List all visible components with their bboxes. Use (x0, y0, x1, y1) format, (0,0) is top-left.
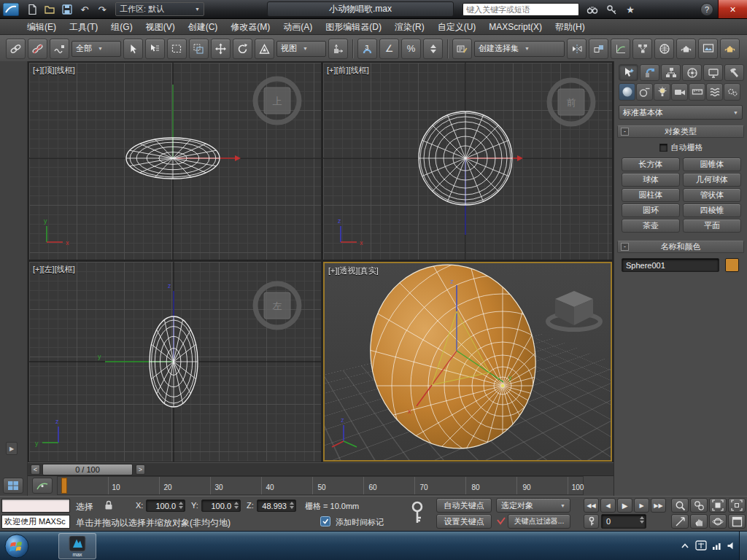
tray-expand-icon[interactable] (678, 539, 692, 552)
button-cylinder[interactable]: 圆柱体 (622, 188, 680, 202)
macro-recorder-field[interactable] (1, 499, 70, 513)
menu-modifiers[interactable]: 修改器(M) (224, 19, 276, 35)
autogrid-checkbox[interactable] (659, 144, 667, 152)
rendered-frame-window-icon[interactable] (698, 39, 718, 59)
viewcube-left[interactable]: 左 (255, 284, 299, 327)
selection-lock-icon[interactable] (104, 499, 114, 513)
curve-editor-icon[interactable] (611, 39, 630, 59)
menu-tools[interactable]: 工具(T) (63, 19, 104, 35)
menu-rendering[interactable]: 渲染(R) (388, 19, 431, 35)
zoom-extents-all-icon[interactable] (728, 498, 746, 513)
dock-expand-button[interactable]: ▶ (6, 442, 18, 455)
search-input[interactable] (462, 3, 579, 16)
unlink-selection-icon[interactable] (28, 39, 47, 59)
play-button[interactable]: ▶ (617, 498, 632, 513)
menu-create[interactable]: 创建(C) (182, 19, 225, 35)
y-coordinate-field[interactable]: 100.0 (201, 499, 241, 512)
go-to-start-button[interactable]: ◀◀ (584, 498, 599, 513)
rollout-name-color[interactable]: - 名称和颜色 (617, 241, 744, 253)
use-pivot-point-icon[interactable] (328, 39, 348, 59)
angle-snap-icon[interactable]: ∠ (379, 39, 399, 59)
edit-named-selection-sets-icon[interactable] (452, 39, 472, 59)
tab-motion[interactable] (682, 64, 702, 81)
track-bar-mode-button[interactable] (32, 478, 53, 494)
button-pyramid[interactable]: 四棱锥 (683, 203, 741, 217)
viewport-perspective-label[interactable]: [+][透视][真实] (328, 265, 379, 276)
redo-icon[interactable]: ↷ (93, 2, 111, 17)
network-icon[interactable] (711, 539, 724, 552)
named-selection-set-dropdown[interactable]: 创建选择集 ▼ (474, 41, 565, 57)
viewcube-top[interactable]: 上 (255, 79, 299, 122)
bind-to-space-warp-icon[interactable] (50, 39, 69, 59)
spinner-snap-icon[interactable] (423, 39, 443, 59)
render-setup-icon[interactable] (676, 39, 696, 59)
mini-curve-editor-button[interactable] (3, 478, 23, 494)
viewport-front[interactable]: [+][前][线框] 前 (323, 63, 612, 260)
auto-key-button[interactable]: 自动关键点 (436, 498, 492, 513)
z-coordinate-field[interactable]: 48.993 (257, 499, 296, 512)
menu-customize[interactable]: 自定义(U) (431, 19, 483, 35)
button-cone[interactable]: 圆锥体 (683, 158, 741, 171)
select-and-move-icon[interactable] (211, 39, 231, 59)
zoom-icon[interactable] (671, 498, 689, 513)
button-teapot[interactable]: 茶壶 (622, 219, 680, 233)
category-cameras-icon[interactable] (671, 83, 688, 101)
rollout-object-type[interactable]: - 对象类型 (617, 125, 744, 138)
open-file-icon[interactable] (41, 2, 58, 17)
select-and-link-icon[interactable] (6, 39, 26, 59)
input-method-icon[interactable] (694, 539, 708, 552)
category-lights-icon[interactable] (654, 83, 670, 101)
undo-icon[interactable]: ↶ (76, 2, 93, 17)
workspace-dropdown[interactable]: 工作区: 默认 ▼ (115, 2, 204, 16)
track-bar[interactable]: 0 10 20 30 40 50 60 70 80 90 100 (57, 476, 584, 495)
taskbar-3dsmax-button[interactable]: max (58, 533, 96, 559)
button-tube[interactable]: 管状体 (683, 188, 741, 202)
category-shapes-icon[interactable] (636, 83, 653, 101)
viewcube-front[interactable]: 前 (549, 80, 593, 124)
selection-filter-dropdown[interactable]: 全部 ▼ (71, 41, 121, 57)
viewcube-perspective[interactable] (548, 291, 600, 330)
tab-hierarchy[interactable] (661, 64, 681, 81)
schematic-view-icon[interactable] (632, 39, 652, 59)
menu-views[interactable]: 视图(V) (139, 19, 182, 35)
viewport-top-label[interactable]: [+][顶][线框] (33, 65, 75, 76)
button-geosphere[interactable]: 几何球体 (683, 173, 741, 187)
menu-maxscript[interactable]: MAXScript(X) (482, 19, 549, 35)
next-frame-button[interactable]: ▶ (634, 498, 649, 513)
close-icon[interactable]: × (718, 0, 747, 18)
viewport-front-label[interactable]: [+][前][线框] (327, 65, 369, 76)
select-and-scale-icon[interactable] (255, 39, 274, 59)
align-icon[interactable] (589, 39, 608, 59)
select-by-name-icon[interactable] (145, 39, 165, 59)
start-button[interactable] (4, 533, 30, 559)
window-crossing-icon[interactable] (189, 39, 209, 59)
current-frame-field[interactable]: 0 (601, 514, 646, 529)
menu-edit[interactable]: 编辑(E) (20, 19, 63, 35)
go-to-end-button[interactable]: ▶▶ (651, 498, 666, 513)
button-torus[interactable]: 圆环 (622, 203, 680, 217)
rectangular-selection-region-icon[interactable] (167, 39, 187, 59)
tab-display[interactable] (703, 64, 723, 81)
save-file-icon[interactable] (58, 2, 76, 17)
help-icon[interactable]: ? (700, 3, 713, 16)
key-mode-toggle-icon[interactable] (584, 514, 599, 529)
favorites-star-icon[interactable]: ★ (622, 2, 639, 17)
tab-utilities[interactable] (724, 64, 744, 81)
render-production-icon[interactable] (720, 39, 740, 59)
set-key-button[interactable]: 设置关键点 (436, 514, 492, 529)
category-systems-icon[interactable] (724, 83, 740, 101)
field-of-view-icon[interactable] (671, 514, 689, 529)
viewport-left[interactable]: [+][左][线框] y z 左 (29, 262, 321, 462)
menu-group[interactable]: 组(G) (104, 19, 139, 35)
time-slider-handle[interactable]: 0 / 100 (42, 464, 133, 475)
viewport-top[interactable]: [+][顶][线框] 上 y (29, 63, 321, 260)
menu-help[interactable]: 帮助(H) (549, 19, 592, 35)
object-name-field[interactable]: Sphere001 (622, 258, 719, 272)
volume-icon[interactable] (725, 539, 738, 552)
select-and-rotate-icon[interactable] (233, 39, 252, 59)
object-color-swatch[interactable] (725, 258, 739, 272)
maxscript-mini-listener[interactable]: 欢迎使用 MAXSc (1, 515, 70, 529)
time-slider[interactable]: < 0 / 100 > (28, 462, 614, 476)
select-object-icon[interactable] (123, 39, 143, 59)
previous-frame-button[interactable]: ◀ (600, 498, 616, 513)
